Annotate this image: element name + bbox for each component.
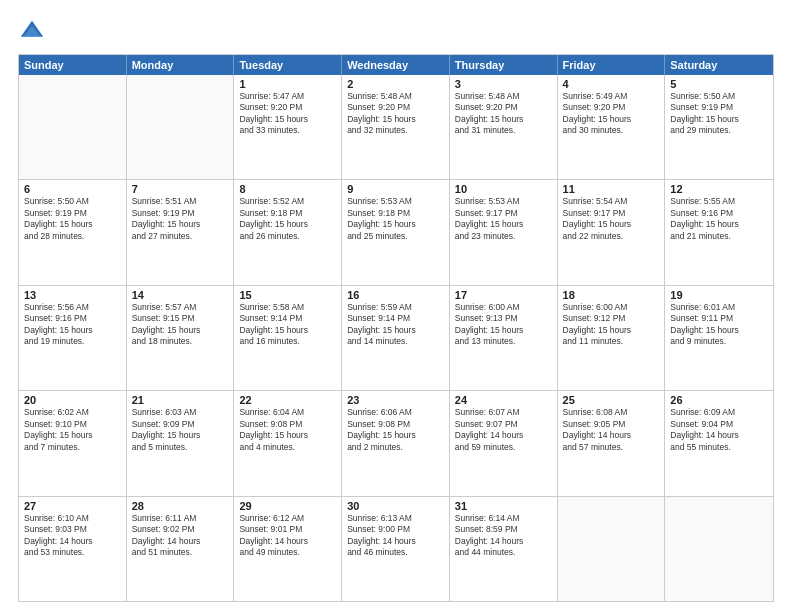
day-number: 11: [563, 183, 660, 195]
cell-info: Sunrise: 6:13 AM Sunset: 9:00 PM Dayligh…: [347, 513, 444, 559]
day-number: 6: [24, 183, 121, 195]
cell-info: Sunrise: 6:08 AM Sunset: 9:05 PM Dayligh…: [563, 407, 660, 453]
cell-info: Sunrise: 6:02 AM Sunset: 9:10 PM Dayligh…: [24, 407, 121, 453]
cal-cell: 3Sunrise: 5:48 AM Sunset: 9:20 PM Daylig…: [450, 75, 558, 179]
cell-info: Sunrise: 6:07 AM Sunset: 9:07 PM Dayligh…: [455, 407, 552, 453]
cal-cell: [558, 497, 666, 601]
cal-row-4: 27Sunrise: 6:10 AM Sunset: 9:03 PM Dayli…: [19, 496, 773, 601]
calendar: SundayMondayTuesdayWednesdayThursdayFrid…: [18, 54, 774, 602]
cal-cell: 22Sunrise: 6:04 AM Sunset: 9:08 PM Dayli…: [234, 391, 342, 495]
day-number: 16: [347, 289, 444, 301]
cal-cell: 13Sunrise: 5:56 AM Sunset: 9:16 PM Dayli…: [19, 286, 127, 390]
header: [18, 18, 774, 46]
cell-info: Sunrise: 5:55 AM Sunset: 9:16 PM Dayligh…: [670, 196, 768, 242]
day-number: 2: [347, 78, 444, 90]
day-number: 9: [347, 183, 444, 195]
cal-cell: 28Sunrise: 6:11 AM Sunset: 9:02 PM Dayli…: [127, 497, 235, 601]
cell-info: Sunrise: 5:53 AM Sunset: 9:18 PM Dayligh…: [347, 196, 444, 242]
cell-info: Sunrise: 6:00 AM Sunset: 9:12 PM Dayligh…: [563, 302, 660, 348]
header-day-friday: Friday: [558, 55, 666, 75]
cal-cell: 31Sunrise: 6:14 AM Sunset: 8:59 PM Dayli…: [450, 497, 558, 601]
cal-row-0: 1Sunrise: 5:47 AM Sunset: 9:20 PM Daylig…: [19, 75, 773, 179]
cal-cell: 19Sunrise: 6:01 AM Sunset: 9:11 PM Dayli…: [665, 286, 773, 390]
header-day-monday: Monday: [127, 55, 235, 75]
cal-row-2: 13Sunrise: 5:56 AM Sunset: 9:16 PM Dayli…: [19, 285, 773, 390]
page: SundayMondayTuesdayWednesdayThursdayFrid…: [0, 0, 792, 612]
cell-info: Sunrise: 5:54 AM Sunset: 9:17 PM Dayligh…: [563, 196, 660, 242]
cal-cell: 20Sunrise: 6:02 AM Sunset: 9:10 PM Dayli…: [19, 391, 127, 495]
day-number: 7: [132, 183, 229, 195]
header-day-sunday: Sunday: [19, 55, 127, 75]
day-number: 24: [455, 394, 552, 406]
cell-info: Sunrise: 5:51 AM Sunset: 9:19 PM Dayligh…: [132, 196, 229, 242]
cal-cell: 15Sunrise: 5:58 AM Sunset: 9:14 PM Dayli…: [234, 286, 342, 390]
cal-cell: 29Sunrise: 6:12 AM Sunset: 9:01 PM Dayli…: [234, 497, 342, 601]
cal-cell: 7Sunrise: 5:51 AM Sunset: 9:19 PM Daylig…: [127, 180, 235, 284]
cell-info: Sunrise: 5:56 AM Sunset: 9:16 PM Dayligh…: [24, 302, 121, 348]
cell-info: Sunrise: 5:50 AM Sunset: 9:19 PM Dayligh…: [24, 196, 121, 242]
cal-cell: 26Sunrise: 6:09 AM Sunset: 9:04 PM Dayli…: [665, 391, 773, 495]
cell-info: Sunrise: 6:04 AM Sunset: 9:08 PM Dayligh…: [239, 407, 336, 453]
day-number: 5: [670, 78, 768, 90]
cell-info: Sunrise: 5:48 AM Sunset: 9:20 PM Dayligh…: [455, 91, 552, 137]
cal-cell: 21Sunrise: 6:03 AM Sunset: 9:09 PM Dayli…: [127, 391, 235, 495]
cal-cell: [19, 75, 127, 179]
day-number: 13: [24, 289, 121, 301]
logo: [18, 18, 50, 46]
cal-cell: 4Sunrise: 5:49 AM Sunset: 9:20 PM Daylig…: [558, 75, 666, 179]
cal-cell: 1Sunrise: 5:47 AM Sunset: 9:20 PM Daylig…: [234, 75, 342, 179]
calendar-header: SundayMondayTuesdayWednesdayThursdayFrid…: [19, 55, 773, 75]
day-number: 28: [132, 500, 229, 512]
cell-info: Sunrise: 5:47 AM Sunset: 9:20 PM Dayligh…: [239, 91, 336, 137]
cal-row-3: 20Sunrise: 6:02 AM Sunset: 9:10 PM Dayli…: [19, 390, 773, 495]
day-number: 3: [455, 78, 552, 90]
cal-cell: 18Sunrise: 6:00 AM Sunset: 9:12 PM Dayli…: [558, 286, 666, 390]
day-number: 26: [670, 394, 768, 406]
cal-cell: 6Sunrise: 5:50 AM Sunset: 9:19 PM Daylig…: [19, 180, 127, 284]
cal-cell: 30Sunrise: 6:13 AM Sunset: 9:00 PM Dayli…: [342, 497, 450, 601]
header-day-tuesday: Tuesday: [234, 55, 342, 75]
day-number: 4: [563, 78, 660, 90]
logo-icon: [18, 18, 46, 46]
cell-info: Sunrise: 6:09 AM Sunset: 9:04 PM Dayligh…: [670, 407, 768, 453]
day-number: 23: [347, 394, 444, 406]
cal-cell: 16Sunrise: 5:59 AM Sunset: 9:14 PM Dayli…: [342, 286, 450, 390]
header-day-wednesday: Wednesday: [342, 55, 450, 75]
cal-cell: 25Sunrise: 6:08 AM Sunset: 9:05 PM Dayli…: [558, 391, 666, 495]
day-number: 27: [24, 500, 121, 512]
cell-info: Sunrise: 5:57 AM Sunset: 9:15 PM Dayligh…: [132, 302, 229, 348]
day-number: 1: [239, 78, 336, 90]
cell-info: Sunrise: 6:06 AM Sunset: 9:08 PM Dayligh…: [347, 407, 444, 453]
day-number: 21: [132, 394, 229, 406]
cell-info: Sunrise: 5:59 AM Sunset: 9:14 PM Dayligh…: [347, 302, 444, 348]
cal-cell: 10Sunrise: 5:53 AM Sunset: 9:17 PM Dayli…: [450, 180, 558, 284]
day-number: 8: [239, 183, 336, 195]
cell-info: Sunrise: 6:01 AM Sunset: 9:11 PM Dayligh…: [670, 302, 768, 348]
day-number: 17: [455, 289, 552, 301]
cell-info: Sunrise: 5:48 AM Sunset: 9:20 PM Dayligh…: [347, 91, 444, 137]
day-number: 30: [347, 500, 444, 512]
cell-info: Sunrise: 6:03 AM Sunset: 9:09 PM Dayligh…: [132, 407, 229, 453]
cal-cell: 9Sunrise: 5:53 AM Sunset: 9:18 PM Daylig…: [342, 180, 450, 284]
cell-info: Sunrise: 5:50 AM Sunset: 9:19 PM Dayligh…: [670, 91, 768, 137]
cal-cell: [127, 75, 235, 179]
day-number: 31: [455, 500, 552, 512]
cal-cell: 11Sunrise: 5:54 AM Sunset: 9:17 PM Dayli…: [558, 180, 666, 284]
cal-cell: 12Sunrise: 5:55 AM Sunset: 9:16 PM Dayli…: [665, 180, 773, 284]
cell-info: Sunrise: 6:12 AM Sunset: 9:01 PM Dayligh…: [239, 513, 336, 559]
cell-info: Sunrise: 6:11 AM Sunset: 9:02 PM Dayligh…: [132, 513, 229, 559]
header-day-thursday: Thursday: [450, 55, 558, 75]
cal-cell: 14Sunrise: 5:57 AM Sunset: 9:15 PM Dayli…: [127, 286, 235, 390]
cal-cell: 27Sunrise: 6:10 AM Sunset: 9:03 PM Dayli…: [19, 497, 127, 601]
cell-info: Sunrise: 5:58 AM Sunset: 9:14 PM Dayligh…: [239, 302, 336, 348]
header-day-saturday: Saturday: [665, 55, 773, 75]
day-number: 15: [239, 289, 336, 301]
cal-cell: 23Sunrise: 6:06 AM Sunset: 9:08 PM Dayli…: [342, 391, 450, 495]
day-number: 19: [670, 289, 768, 301]
day-number: 29: [239, 500, 336, 512]
cell-info: Sunrise: 5:52 AM Sunset: 9:18 PM Dayligh…: [239, 196, 336, 242]
cal-cell: 17Sunrise: 6:00 AM Sunset: 9:13 PM Dayli…: [450, 286, 558, 390]
cell-info: Sunrise: 5:49 AM Sunset: 9:20 PM Dayligh…: [563, 91, 660, 137]
day-number: 20: [24, 394, 121, 406]
day-number: 22: [239, 394, 336, 406]
